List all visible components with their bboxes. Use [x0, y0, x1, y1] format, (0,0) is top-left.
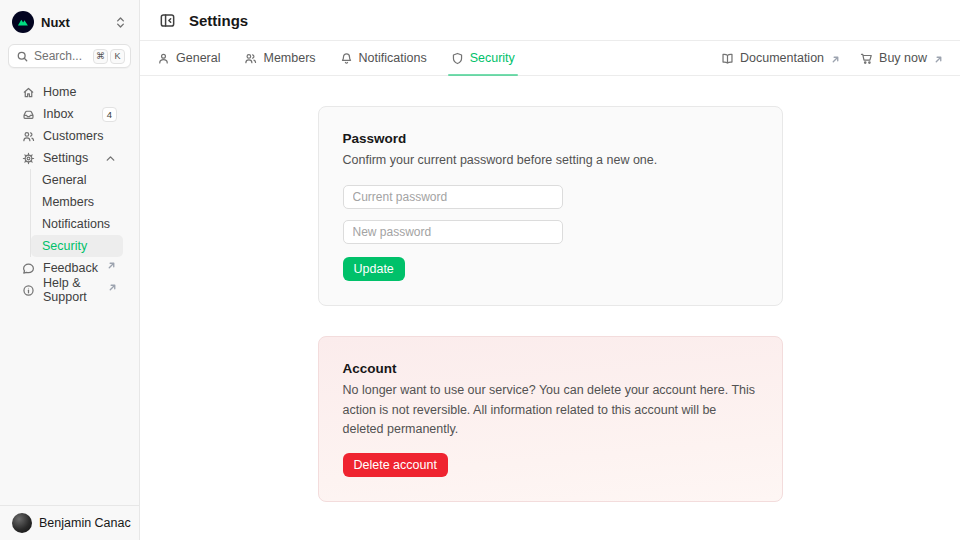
settings-tabs: General Members Notifications — [157, 41, 515, 75]
page-header: Settings — [140, 0, 960, 41]
content-area: Password Confirm your current password b… — [140, 76, 960, 540]
inbox-icon — [22, 108, 35, 121]
sidebar-item-customers[interactable]: Customers — [16, 125, 123, 147]
sidebar-top: Nuxt ⌘ K Ho — [0, 0, 139, 307]
delete-account-button[interactable]: Delete account — [343, 453, 448, 477]
collapse-sidebar-button[interactable] — [157, 10, 177, 30]
account-card: Account No longer want to use our servic… — [318, 336, 783, 501]
nuxt-logo — [12, 11, 34, 33]
arrow-up-right-icon — [934, 53, 943, 62]
tab-general[interactable]: General — [157, 41, 220, 75]
tab-label: General — [176, 51, 220, 65]
chevron-up-down-icon — [114, 16, 127, 29]
search-input[interactable] — [34, 49, 84, 63]
main-area: Settings General Members — [140, 0, 960, 540]
user-section: Benjamin Canac — [0, 505, 139, 540]
avatar — [12, 513, 32, 533]
sidebar: Nuxt ⌘ K Ho — [0, 0, 140, 540]
users-icon — [244, 52, 257, 65]
arrow-up-right-icon — [108, 281, 117, 290]
panel-left-icon — [159, 12, 176, 29]
update-password-button[interactable]: Update — [343, 257, 405, 281]
sidebar-item-help-support[interactable]: Help & Support — [16, 279, 123, 301]
sidebar-item-general[interactable]: General — [31, 169, 123, 191]
tab-security[interactable]: Security — [451, 41, 515, 75]
sidebar-item-security[interactable]: Security — [31, 235, 123, 257]
tab-members[interactable]: Members — [244, 41, 315, 75]
tab-label: Security — [470, 51, 515, 65]
search-shortcut: ⌘ K — [93, 49, 125, 64]
shield-icon — [451, 52, 464, 65]
page-title: Settings — [189, 12, 248, 29]
toolbar-actions: Documentation Buy now — [721, 51, 943, 65]
sidebar-item-label: Security — [42, 239, 87, 253]
command-key: ⌘ — [93, 49, 108, 64]
account-card-title: Account — [343, 361, 758, 376]
users-icon — [22, 130, 35, 143]
sidebar-item-label: Customers — [43, 129, 103, 143]
app-window: Nuxt ⌘ K Ho — [0, 0, 960, 540]
sidebar-item-label: Home — [43, 85, 76, 99]
user-name: Benjamin Canac — [39, 516, 131, 530]
sidebar-item-label: Settings — [43, 151, 88, 165]
bell-icon — [340, 52, 353, 65]
user-menu[interactable]: Benjamin Canac — [8, 511, 131, 535]
documentation-button[interactable]: Documentation — [721, 51, 840, 65]
sidebar-footer: Feedback Help & Support — [8, 257, 131, 307]
user-icon — [157, 52, 170, 65]
sidebar-item-label: Notifications — [42, 217, 110, 231]
new-password-input[interactable] — [343, 220, 563, 244]
arrow-up-right-icon — [831, 53, 840, 62]
sidebar-item-label: General — [42, 173, 86, 187]
sidebar-item-settings[interactable]: Settings — [16, 147, 123, 169]
password-card-title: Password — [343, 131, 758, 146]
settings-sub-list: General Members Notifications Security — [30, 169, 123, 257]
account-card-description: No longer want to use our service? You c… — [343, 381, 758, 439]
workspace-selector[interactable]: Nuxt — [8, 9, 131, 35]
tab-notifications[interactable]: Notifications — [340, 41, 427, 75]
sidebar-item-label: Feedback — [43, 261, 98, 275]
sidebar-item-home[interactable]: Home — [16, 81, 123, 103]
current-password-input[interactable] — [343, 185, 563, 209]
search-icon — [16, 50, 29, 63]
password-card: Password Confirm your current password b… — [318, 106, 783, 306]
documentation-label: Documentation — [740, 51, 824, 65]
home-icon — [22, 86, 35, 99]
sidebar-item-notifications[interactable]: Notifications — [31, 213, 123, 235]
tab-label: Notifications — [359, 51, 427, 65]
sidebar-item-inbox[interactable]: Inbox 4 — [16, 103, 123, 125]
buy-now-button[interactable]: Buy now — [860, 51, 943, 65]
sidebar-item-label: Members — [42, 195, 94, 209]
password-card-description: Confirm your current password before set… — [343, 151, 758, 170]
sidebar-item-label: Help & Support — [43, 276, 99, 304]
sidebar-item-label: Inbox — [43, 107, 74, 121]
message-icon — [22, 262, 35, 275]
chevron-up-icon — [104, 152, 117, 165]
info-circle-icon — [22, 284, 35, 297]
sidebar-nav: Home Inbox 4 Customers — [8, 81, 131, 257]
tab-label: Members — [263, 51, 315, 65]
cart-icon — [860, 52, 873, 65]
gear-icon — [22, 152, 35, 165]
buy-now-label: Buy now — [879, 51, 927, 65]
toolbar: General Members Notifications — [140, 41, 960, 76]
k-key: K — [110, 49, 125, 64]
book-open-icon — [721, 52, 734, 65]
arrow-up-right-icon — [107, 259, 116, 268]
inbox-count-badge: 4 — [102, 107, 117, 122]
sidebar-item-members[interactable]: Members — [31, 191, 123, 213]
search-bar[interactable]: ⌘ K — [8, 44, 131, 68]
workspace-name: Nuxt — [41, 15, 70, 30]
